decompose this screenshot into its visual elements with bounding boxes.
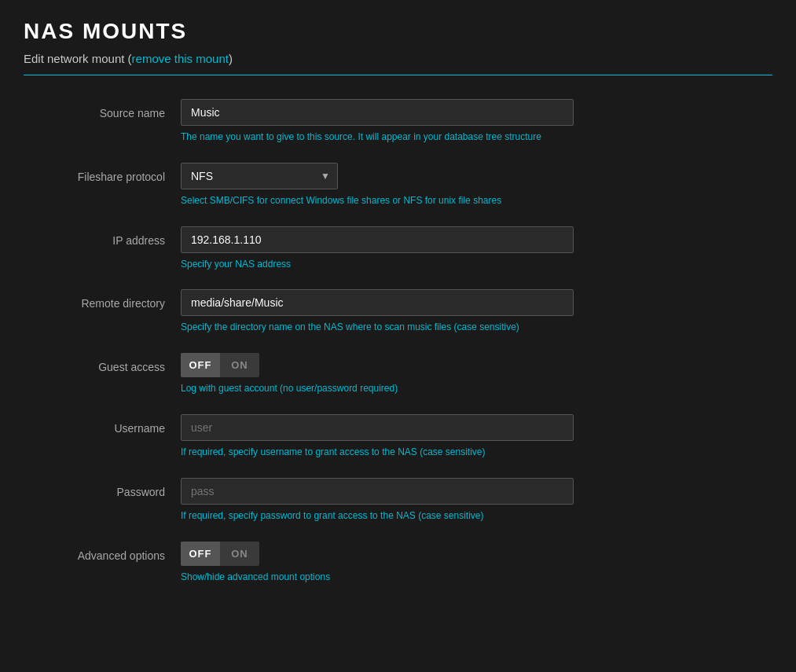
password-field-group: If required, specify password to grant a… xyxy=(181,478,574,523)
advanced-options-label: Advanced options xyxy=(24,542,181,562)
ip-address-row: IP address Specify your NAS address xyxy=(24,226,772,271)
guest-access-label: Guest access xyxy=(24,353,181,373)
username-row: Username If required, specify username t… xyxy=(24,414,772,459)
advanced-options-field-group: OFF ON Show/hide advanced mount options xyxy=(181,542,574,584)
source-name-hint: The name you want to give to this source… xyxy=(181,130,574,144)
advanced-options-row: Advanced options OFF ON Show/hide advanc… xyxy=(24,542,772,584)
guest-access-field-group: OFF ON Log with guest account (no user/p… xyxy=(181,353,574,395)
advanced-options-toggle: OFF ON xyxy=(181,542,259,566)
guest-access-toggle: OFF ON xyxy=(181,353,259,377)
password-hint: If required, specify password to grant a… xyxy=(181,509,574,523)
page-subtitle: Edit network mount (remove this mount) xyxy=(24,52,772,75)
source-name-label: Source name xyxy=(24,99,181,119)
username-hint: If required, specify username to grant a… xyxy=(181,446,574,459)
remove-mount-link[interactable]: remove this mount xyxy=(132,52,229,65)
advanced-options-off-button[interactable]: OFF xyxy=(181,542,220,566)
password-label: Password xyxy=(24,478,181,498)
remote-directory-hint: Specify the directory name on the NAS wh… xyxy=(181,321,574,334)
remote-directory-input[interactable] xyxy=(181,289,574,316)
ip-address-input[interactable] xyxy=(181,226,574,253)
fileshare-protocol-label: Fileshare protocol xyxy=(24,163,181,183)
username-input[interactable] xyxy=(181,414,574,441)
ip-address-label: IP address xyxy=(24,226,181,247)
fileshare-select-wrapper: NFS SMB/CIFS ▼ xyxy=(181,163,338,189)
password-row: Password If required, specify password t… xyxy=(24,478,772,523)
fileshare-protocol-field-group: NFS SMB/CIFS ▼ Select SMB/CIFS for conne… xyxy=(181,163,574,207)
ip-address-field-group: Specify your NAS address xyxy=(181,226,574,271)
guest-access-on-button[interactable]: ON xyxy=(220,353,259,377)
subtitle-suffix: ) xyxy=(229,52,233,65)
password-input[interactable] xyxy=(181,478,574,505)
source-name-field-group: The name you want to give to this source… xyxy=(181,99,574,144)
guest-access-hint: Log with guest account (no user/password… xyxy=(181,382,574,395)
advanced-options-hint: Show/hide advanced mount options xyxy=(181,571,574,584)
username-field-group: If required, specify username to grant a… xyxy=(181,414,574,459)
source-name-input[interactable] xyxy=(181,99,574,126)
fileshare-protocol-select[interactable]: NFS SMB/CIFS xyxy=(181,163,338,189)
guest-access-row: Guest access OFF ON Log with guest accou… xyxy=(24,353,772,395)
ip-address-hint: Specify your NAS address xyxy=(181,258,574,271)
source-name-row: Source name The name you want to give to… xyxy=(24,99,772,144)
remote-directory-row: Remote directory Specify the directory n… xyxy=(24,289,772,334)
fileshare-protocol-hint: Select SMB/CIFS for connect Windows file… xyxy=(181,194,574,207)
username-label: Username xyxy=(24,414,181,435)
subtitle-prefix: Edit network mount ( xyxy=(24,52,132,65)
fileshare-protocol-row: Fileshare protocol NFS SMB/CIFS ▼ Select… xyxy=(24,163,772,207)
advanced-options-on-button[interactable]: ON xyxy=(220,542,259,566)
page-title: NAS MOUNTS xyxy=(24,19,772,44)
remote-directory-field-group: Specify the directory name on the NAS wh… xyxy=(181,289,574,334)
remote-directory-label: Remote directory xyxy=(24,289,181,310)
guest-access-off-button[interactable]: OFF xyxy=(181,353,220,377)
